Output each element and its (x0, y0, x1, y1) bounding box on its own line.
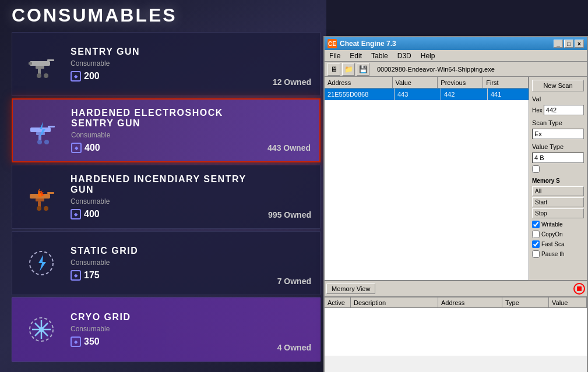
ce-table-body: 21E555D0868 443 442 441 ▲ ▼ (325, 88, 529, 280)
start-button[interactable]: Start (532, 197, 584, 207)
value-type-input[interactable] (532, 153, 584, 163)
stop-button-circle[interactable] (573, 283, 585, 295)
item-list: SENTRY GUN Consumable 200 12 Owned HA (12, 32, 321, 364)
item-owned: 995 Owned (268, 210, 311, 222)
cost-icon (71, 71, 81, 82)
item-icon-sentry (21, 44, 62, 84)
pause-row: Pause th (532, 250, 584, 258)
cost-value: 400 (84, 143, 100, 153)
toolbar-btn-save[interactable]: 💾 (357, 63, 369, 76)
item-info: STATIC GRID Consumable 175 (71, 246, 277, 281)
cell-first: 441 (488, 88, 529, 100)
copyon-checkbox[interactable] (532, 231, 540, 238)
menu-edit[interactable]: Edit (348, 52, 364, 60)
ce-menubar: File Edit Table D3D Help (325, 50, 587, 62)
addr-col-type: Type (502, 297, 549, 307)
item-type: Consumable (71, 197, 268, 206)
hex-input[interactable] (544, 105, 584, 115)
list-item[interactable]: CRYO GRID Consumable 350 4 Owned (12, 297, 321, 362)
svg-point-12 (44, 140, 49, 144)
memory-view-button[interactable]: Memory View (326, 284, 375, 294)
menu-d3d[interactable]: D3D (396, 52, 413, 60)
ce-main-area: Address Value Previous First 21E555D0868… (325, 77, 587, 281)
scan-type-input[interactable] (532, 129, 584, 139)
menu-help[interactable]: Help (419, 52, 437, 60)
ce-addr-table: Active Description Address Type Value (325, 297, 587, 355)
maximize-button[interactable]: □ (564, 40, 573, 48)
svg-point-4 (37, 73, 41, 78)
writable-checkbox[interactable] (532, 221, 540, 228)
cost-icon (71, 336, 81, 347)
item-cost: 200 (71, 71, 273, 82)
process-label: 00002980-Endeavor-Win64-Shipping.exe (377, 66, 495, 73)
new-scan-button[interactable]: New Scan (532, 80, 584, 91)
writable-row: Writable (532, 221, 584, 228)
svg-rect-16 (36, 199, 44, 201)
svg-rect-8 (48, 126, 55, 127)
menu-table[interactable]: Table (369, 52, 390, 60)
list-item[interactable]: STATIC GRID Consumable 175 7 Owned (12, 231, 321, 295)
cost-value: 175 (84, 270, 100, 281)
svg-point-11 (37, 140, 42, 144)
ce-memview-bar: Memory View (325, 281, 587, 297)
cost-icon (71, 270, 81, 281)
value-type-label: Value Type (532, 143, 584, 150)
cost-icon (71, 209, 81, 219)
ce-right-panel: New Scan Val Hex Scan Type Value Type Me… (529, 77, 587, 280)
item-cost: 175 (71, 270, 277, 281)
item-info: HARDENED INCENDIARY SENTRY GUN Consumabl… (71, 174, 268, 219)
item-icon-electroshock (22, 110, 62, 151)
scan-type-label: Scan Type (532, 119, 584, 126)
stop-button[interactable]: Stop (532, 208, 584, 218)
menu-file[interactable]: File (328, 52, 342, 60)
ce-toolbar: 🖥 📁 💾 00002980-Endeavor-Win64-Shipping.e… (325, 62, 587, 77)
svg-rect-1 (47, 59, 54, 61)
ce-table-rows: 21E555D0868 443 442 441 (325, 88, 529, 280)
item-owned: 12 Owned (273, 77, 311, 90)
item-name: HARDENED INCENDIARY SENTRY GUN (71, 174, 268, 195)
addr-col-value: Value (549, 297, 587, 307)
cell-address: 21E555D0868 (325, 88, 395, 100)
page-title: CONSUMABLES (12, 5, 177, 26)
hex-row: Hex (532, 105, 584, 115)
addr-col-active: Active (325, 297, 351, 307)
list-item[interactable]: HARDENED ELECTROSHOCK SENTRY GUN Consuma… (12, 98, 321, 162)
list-item[interactable]: SENTRY GUN Consumable 200 12 Owned (12, 32, 321, 96)
svg-rect-6 (29, 62, 32, 65)
all-button[interactable]: All (532, 186, 584, 196)
item-name: SENTRY GUN (71, 47, 273, 57)
ce-window-buttons: _ □ × (554, 40, 584, 48)
item-cost: 350 (71, 336, 277, 347)
item-info: CRYO GRID Consumable 350 (71, 312, 277, 347)
item-owned: 443 Owned (267, 143, 311, 155)
minimize-button[interactable]: _ (554, 40, 563, 48)
close-button[interactable]: × (575, 40, 584, 48)
col-address: Address (325, 77, 393, 88)
svg-point-5 (44, 73, 48, 78)
checkbox-row (532, 165, 584, 173)
svg-point-18 (37, 206, 41, 211)
pause-checkbox[interactable] (532, 250, 540, 258)
toolbar-btn-folder[interactable]: 📁 (342, 63, 355, 76)
addr-table-body (325, 308, 587, 356)
fastscan-checkbox[interactable] (532, 240, 540, 248)
item-icon-cryo (21, 309, 62, 350)
svg-rect-2 (36, 66, 44, 69)
value-label: Val (532, 95, 584, 102)
svg-point-19 (44, 206, 48, 211)
memory-buttons: All Start Stop (532, 186, 584, 218)
col-first: First (483, 77, 529, 88)
item-info: HARDENED ELECTROSHOCK SENTRY GUN Consuma… (71, 108, 267, 153)
cost-value: 200 (84, 71, 100, 82)
list-item[interactable]: HARDENED INCENDIARY SENTRY GUN Consumabl… (12, 165, 321, 229)
cost-value: 400 (84, 209, 100, 219)
checkbox[interactable] (532, 165, 540, 173)
cheat-engine-window: CE Cheat Engine 7.3 _ □ × File Edit Tabl… (323, 36, 588, 372)
hex-label: Hex (532, 107, 543, 114)
toolbar-btn-monitor[interactable]: 🖥 (328, 63, 340, 76)
col-previous: Previous (438, 77, 483, 88)
item-type: Consumable (71, 131, 267, 139)
copyon-row: CopyOn (532, 231, 584, 238)
svg-point-27 (39, 327, 44, 332)
table-row[interactable]: 21E555D0868 443 442 441 (325, 88, 529, 100)
